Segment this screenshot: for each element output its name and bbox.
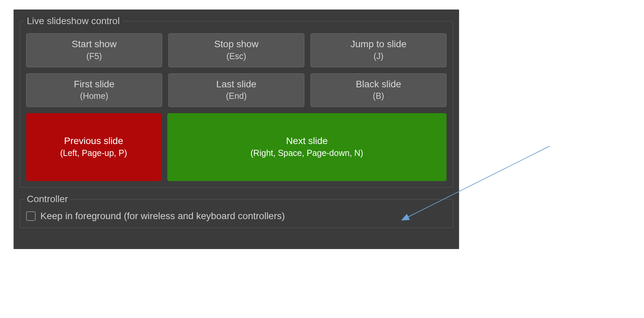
jump-to-slide-button[interactable]: Jump to slide (J) [310,33,447,67]
start-show-label: Start show [72,38,116,51]
first-slide-label: First slide [74,78,115,91]
keep-in-foreground-checkbox[interactable]: Keep in foreground (for wireless and key… [26,211,447,222]
stop-show-shortcut: (Esc) [226,51,246,62]
next-slide-shortcut: (Right, Space, Page-down, N) [250,147,363,159]
previous-slide-shortcut: (Left, Page-up, P) [60,147,127,159]
last-slide-button[interactable]: Last slide (End) [168,73,304,107]
stop-show-label: Stop show [214,38,259,51]
live-slideshow-control-group: Live slideshow control Start show (F5) S… [20,16,453,188]
live-slideshow-legend: Live slideshow control [24,16,122,26]
stop-show-button[interactable]: Stop show (Esc) [168,33,304,67]
previous-slide-label: Previous slide [64,135,123,147]
top-button-row: Start show (F5) Stop show (Esc) Jump to … [26,33,447,67]
keep-in-foreground-label: Keep in foreground (for wireless and key… [40,211,285,222]
last-slide-label: Last slide [216,78,256,91]
first-slide-shortcut: (Home) [80,90,108,102]
last-slide-shortcut: (End) [226,90,247,102]
mid-button-row: First slide (Home) Last slide (End) Blac… [26,73,447,107]
jump-to-slide-label: Jump to slide [351,38,406,51]
black-slide-label: Black slide [356,78,401,91]
previous-slide-button[interactable]: Previous slide (Left, Page-up, P) [26,113,161,181]
checkbox-box-icon [26,211,36,221]
black-slide-button[interactable]: Black slide (B) [310,73,447,107]
next-slide-button[interactable]: Next slide (Right, Space, Page-down, N) [167,113,447,181]
start-show-shortcut: (F5) [87,51,102,62]
controller-legend: Controller [24,194,71,205]
next-slide-label: Next slide [286,135,328,147]
first-slide-button[interactable]: First slide (Home) [26,73,162,107]
jump-to-slide-shortcut: (J) [374,51,383,62]
black-slide-shortcut: (B) [373,90,384,102]
controller-group: Controller Keep in foreground (for wirel… [20,194,453,228]
slideshow-control-panel: Live slideshow control Start show (F5) S… [14,10,459,249]
bottom-button-row: Previous slide (Left, Page-up, P) Next s… [26,113,447,181]
start-show-button[interactable]: Start show (F5) [26,33,162,67]
